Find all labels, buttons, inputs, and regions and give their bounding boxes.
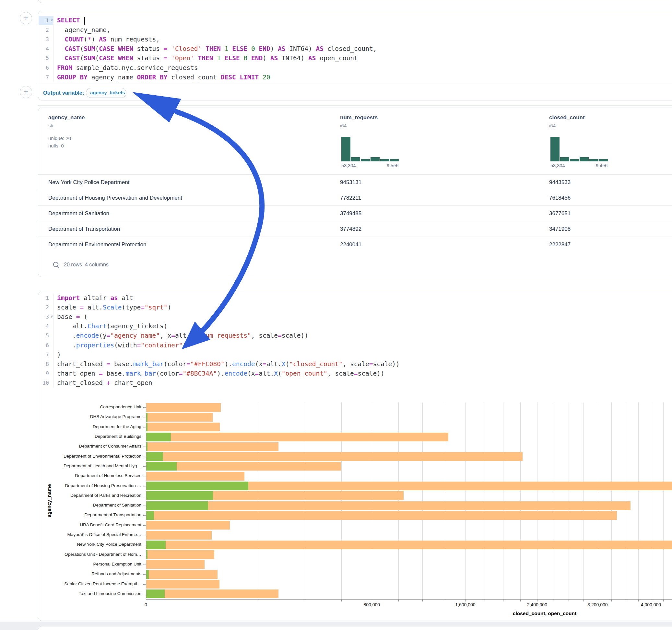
histogram-bar (341, 137, 351, 162)
num-requests-cell: 2240041 (340, 241, 361, 248)
num-requests-histogram (341, 137, 399, 162)
output-variable-input[interactable]: agency_tickets (86, 88, 126, 98)
next-cell-top (38, 626, 672, 630)
line-number: 7 (39, 350, 53, 359)
code-line: 6 .properties(width="container") (39, 340, 672, 350)
histogram-max-label: 9.5e6 (387, 163, 399, 168)
code-line: 8chart_closed = base.mark_bar(color="#FF… (39, 359, 672, 369)
table-footer: 20 rows, 4 columns (38, 252, 672, 277)
agency-name-cell: Department of Transportation (48, 226, 120, 232)
histogram-bar (351, 157, 360, 162)
closed-count-histogram (550, 137, 608, 162)
code-line: 2scale = alt.Scale(type="sqrt") (39, 303, 672, 312)
column-header-closed-count[interactable]: closed_count i64 (549, 114, 585, 128)
code-line: 10chart_closed + chart_open (39, 378, 672, 388)
collapse-chevron-icon[interactable]: ∨ (51, 18, 53, 22)
histogram-bar (599, 159, 608, 162)
search-icon[interactable] (52, 261, 60, 269)
num-requests-cell: 9453131 (340, 179, 361, 186)
add-cell-button-middle[interactable]: + (20, 86, 32, 98)
agency-name-cell: New York City Police Department (48, 179, 129, 186)
column-header-agency-name[interactable]: agency_name str (48, 114, 85, 128)
histogram-bar (370, 157, 380, 162)
table-row[interactable]: Department of Housing Preservation and D… (38, 190, 672, 206)
histogram-bar (380, 159, 389, 162)
result-table-card: agency_name str unique: 20 nulls: 0 num_… (38, 107, 672, 277)
line-number: 1 (39, 293, 53, 303)
python-cell: 1import altair as alt2scale = alt.Scale(… (38, 292, 672, 621)
line-number: 3∨ (39, 312, 53, 321)
line-number: 6 (39, 340, 53, 350)
text-cursor (84, 17, 85, 25)
line-number: 6 (39, 63, 53, 72)
collapse-chevron-icon[interactable]: ∨ (51, 314, 53, 319)
histogram-min-label: 53,304 (550, 163, 565, 168)
code-line: 4 alt.Chart(agency_tickets) (39, 321, 672, 331)
row-count-label: 20 rows, 4 columns (64, 262, 109, 268)
num-requests-cell: 3749485 (340, 210, 361, 217)
agency-name-cell: Department of Environmental Protection (48, 241, 146, 248)
table-row[interactable]: New York City Police Department945313194… (38, 174, 672, 190)
closed-count-cell: 7618456 (549, 195, 571, 201)
histogram-bar (390, 159, 399, 162)
column-stat-nulls: nulls: 0 (48, 143, 64, 148)
previous-cell-bottom (38, 0, 672, 3)
num-requests-cell: 3774892 (340, 226, 361, 232)
line-number: 10 (39, 378, 53, 388)
table-row[interactable]: Department of Transportation377489234719… (38, 221, 672, 237)
column-header-num-requests[interactable]: num_requests i64 (340, 114, 378, 128)
line-number: 5 (39, 331, 53, 340)
line-number: 4 (39, 44, 53, 53)
line-number: 1∨ (39, 16, 53, 25)
table-row[interactable]: Department of Environmental Protection22… (38, 237, 672, 252)
code-line: 9chart_open = base.mark_bar(color="#8BC3… (39, 369, 672, 378)
code-line: 2 agency_name, (39, 25, 672, 35)
line-number: 8 (39, 359, 53, 369)
table-row[interactable]: Department of Sanitation37494853677651 (38, 205, 672, 221)
code-line: 7) (39, 350, 672, 359)
line-number: 5 (39, 53, 53, 63)
section-divider (38, 105, 672, 106)
add-cell-button-top[interactable]: + (20, 12, 32, 24)
code-line: 4 CAST(SUM(CASE WHEN status = 'Closed' T… (39, 44, 672, 53)
line-number: 7 (39, 73, 53, 82)
num-requests-cell: 7782211 (340, 195, 361, 201)
agency-name-cell: Department of Sanitation (48, 210, 109, 217)
code-line: 3∨base = ( (39, 312, 672, 321)
histogram-bar (589, 159, 598, 162)
notebook-page: { "colors": { "closed_bar": "#FFC080", "… (0, 0, 672, 630)
code-line: 3 COUNT(*) AS num_requests, (39, 35, 672, 44)
histogram-max-label: 9.4e6 (596, 163, 607, 168)
line-number: 9 (39, 369, 53, 378)
line-number: 2 (39, 25, 53, 35)
histogram-min-label: 53,304 (341, 163, 356, 168)
closed-count-cell: 9443533 (549, 179, 571, 186)
closed-count-cell: 3471908 (549, 226, 571, 232)
output-variable-label: Output variable: (43, 90, 84, 96)
code-line: 5 CAST(SUM(CASE WHEN status = 'Open' THE… (39, 53, 672, 63)
code-line: 1∨SELECT (39, 16, 672, 25)
python-code-editor[interactable]: 1import altair as alt2scale = alt.Scale(… (39, 293, 672, 388)
histogram-bar (560, 157, 569, 162)
line-number: 3 (39, 35, 53, 44)
histogram-bar (550, 137, 559, 162)
code-line: 5 .encode(y="agency_name", x=alt.X("num_… (39, 331, 672, 340)
code-line: 7GROUP BY agency_name ORDER BY closed_co… (39, 73, 672, 82)
column-stat-unique: unique: 20 (48, 136, 71, 141)
closed-count-cell: 2222847 (549, 241, 571, 248)
sql-cell-divider (38, 83, 672, 84)
line-number: 2 (39, 303, 53, 312)
agency-name-cell: Department of Housing Preservation and D… (48, 195, 182, 201)
closed-count-cell: 3677651 (549, 210, 571, 217)
histogram-bar (361, 159, 370, 162)
histogram-bar (580, 157, 589, 162)
histogram-bar (570, 159, 579, 162)
sql-code-editor[interactable]: 1∨SELECT 2 agency_name,3 COUNT(*) AS num… (39, 16, 672, 82)
code-line: 1import altair as alt (39, 293, 672, 303)
line-number: 4 (39, 321, 53, 331)
sql-cell: 1∨SELECT 2 agency_name,3 COUNT(*) AS num… (38, 11, 672, 100)
code-line: 6FROM sample_data.nyc.service_requests (39, 63, 672, 72)
